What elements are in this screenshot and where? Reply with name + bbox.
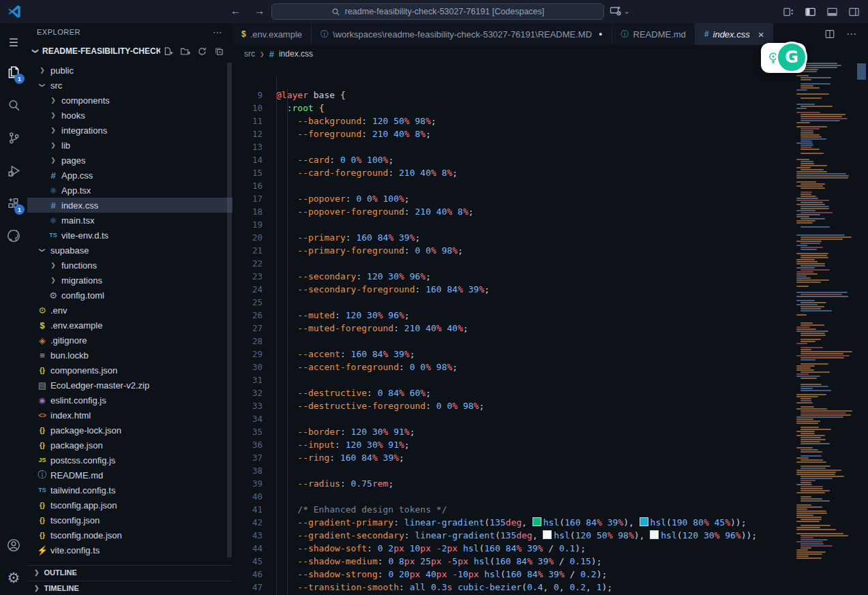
code-line[interactable]: 22 [233, 257, 868, 270]
command-center-search[interactable]: readme-feasibility-check-53027-76191 [Co… [271, 3, 604, 20]
code-line[interactable]: 46 --shadow-strong: 0 20px 40px -10px hs… [233, 568, 868, 581]
settings-button[interactable]: ⚙ [0, 564, 27, 592]
tree-item-.env[interactable]: ⚙.env [27, 303, 233, 318]
tree-item-supabase[interactable]: ❯supabase [27, 243, 233, 258]
grammarly-g-button[interactable]: G [776, 42, 807, 73]
code-line[interactable]: 20 --primary: 160 84% 39%; [233, 231, 868, 244]
code-line[interactable]: 30 --accent-foreground: 0 0% 98%; [233, 361, 868, 373]
outline-panel-header[interactable]: ❯ OUTLINE [27, 565, 233, 579]
code-line[interactable]: 39 --radius: 0.75rem; [233, 477, 868, 490]
tab-readme.md[interactable]: ⓘREADME.md [612, 23, 695, 45]
code-line[interactable]: 19 [233, 218, 868, 231]
code-line[interactable]: 13 [233, 140, 868, 153]
editor-more-actions-icon[interactable]: ⋯ [846, 28, 857, 40]
tree-item-ecoledger-master-v2.zip[interactable]: ▤EcoLedger-master-v2.zip [27, 378, 233, 393]
explorer-more-actions-icon[interactable]: ⋯ [213, 27, 223, 37]
tree-item-public[interactable]: ❯public [27, 63, 233, 78]
code-line[interactable]: 18 --popover-foreground: 210 40% 8%; [233, 205, 868, 218]
toggle-primary-sidebar-icon[interactable] [805, 6, 816, 18]
breadcrumb-folder[interactable]: src [244, 49, 255, 59]
code-editor[interactable]: 9@layer base {10 :root {11 --background:… [233, 63, 868, 595]
code-line[interactable]: 41 /* Enhanced design tokens */ [233, 503, 868, 516]
tree-item-integrations[interactable]: ❯integrations [27, 123, 233, 138]
code-line[interactable]: 35 --border: 120 30% 91%; [233, 425, 868, 438]
code-line[interactable]: 44 --shadow-soft: 0 2px 10px -2px hsl(16… [233, 542, 868, 555]
code-line[interactable]: 27 --muted-foreground: 210 40% 40%; [233, 322, 868, 335]
tree-item-bun.lockb[interactable]: ≡bun.lockb [27, 348, 233, 363]
code-line[interactable]: 34 [233, 412, 868, 425]
tree-item-index.html[interactable]: <>index.html [27, 408, 233, 423]
tree-item-main.tsx[interactable]: ⚛main.tsx [27, 213, 233, 228]
close-icon[interactable]: × [758, 29, 764, 40]
tab--workspaces-readme-feasibility-check-53027-76191-readme.md[interactable]: ⓘ\workspaces\readme-feasibility-check-53… [312, 23, 612, 45]
tree-item-functions[interactable]: ❯functions [27, 258, 233, 273]
tree-item-eslint.config.js[interactable]: ◉eslint.config.js [27, 393, 233, 408]
code-line[interactable]: 43 --gradient-secondary: linear-gradient… [233, 529, 868, 542]
tree-item-vite.config.ts[interactable]: ⚡vite.config.ts [27, 543, 233, 558]
tree-item-migrations[interactable]: ❯migrations [27, 273, 233, 288]
tree-item-tailwind.config.ts[interactable]: TStailwind.config.ts [27, 483, 233, 498]
tree-item-postcss.config.js[interactable]: JSpostcss.config.js [27, 453, 233, 468]
tree-item-vite-env.d.ts[interactable]: TSvite-env.d.ts [27, 228, 233, 243]
code-line[interactable]: 37 --ring: 160 84% 39%; [233, 451, 868, 464]
breadcrumb-file[interactable]: index.css [279, 49, 313, 59]
accounts-button[interactable] [0, 532, 27, 559]
customize-layout-icon[interactable] [783, 6, 794, 18]
tree-item-tsconfig.json[interactable]: {}tsconfig.json [27, 513, 233, 528]
code-line[interactable]: 28 [233, 335, 868, 348]
code-line[interactable]: 15 --card-foreground: 210 40% 8%; [233, 166, 868, 179]
tree-item-readme.md[interactable]: ⓘREADME.md [27, 468, 233, 483]
source-control-view-button[interactable] [0, 124, 27, 151]
code-line[interactable]: 31 [233, 373, 868, 386]
nav-back-icon[interactable]: ← [230, 5, 241, 16]
code-line[interactable]: 24 --secondary-foreground: 160 84% 39%; [233, 283, 868, 296]
tree-item-app.tsx[interactable]: ⚛App.tsx [27, 183, 233, 198]
editor-scrollbar[interactable] [855, 63, 868, 595]
code-line[interactable]: 38 [233, 464, 868, 477]
sidebar-scrollbar[interactable] [227, 63, 232, 558]
tree-item-src[interactable]: ❯src [27, 78, 233, 93]
project-root-row[interactable]: ❯ README-FEASIBILITY-CHECK-5... [27, 42, 233, 60]
tree-item-lib[interactable]: ❯lib [27, 138, 233, 153]
code-line[interactable]: 14 --card: 0 0% 100%; [233, 153, 868, 166]
toggle-secondary-sidebar-icon[interactable] [848, 6, 860, 18]
code-line[interactable]: 45 --shadow-medium: 0 8px 25px -5px hsl(… [233, 555, 868, 568]
tree-item-package.json[interactable]: {}package.json [27, 438, 233, 453]
tab-index.css[interactable]: #index.css× [695, 23, 774, 45]
code-line[interactable]: 32 --destructive: 0 84% 60%; [233, 386, 868, 399]
code-line[interactable]: 25 [233, 296, 868, 309]
tree-item-pages[interactable]: ❯pages [27, 153, 233, 168]
scrollbar-slider[interactable] [857, 63, 866, 80]
tree-item-tsconfig.app.json[interactable]: {}tsconfig.app.json [27, 498, 233, 513]
tree-item-hooks[interactable]: ❯hooks [27, 108, 233, 123]
tab-.env.example[interactable]: $.env.example [233, 23, 312, 45]
new-folder-icon[interactable] [180, 46, 190, 57]
nav-forward-icon[interactable]: → [254, 5, 265, 16]
tree-item-.gitignore[interactable]: ◈.gitignore [27, 333, 233, 348]
code-line[interactable]: 23 --secondary: 120 30% 96%; [233, 270, 868, 283]
timeline-panel-header[interactable]: ❯ TIMELINE [27, 581, 233, 595]
run-debug-view-button[interactable] [0, 157, 27, 184]
code-line[interactable]: 36 --input: 120 30% 91%; [233, 438, 868, 451]
extensions-view-button[interactable]: 1 [0, 189, 27, 217]
tree-item-.env.example[interactable]: $.env.example [27, 318, 233, 333]
github-view-button[interactable] [0, 222, 27, 249]
code-line[interactable]: 47 --transition-smooth: all 0.3s cubic-b… [233, 581, 868, 594]
code-line[interactable]: 21 --primary-foreground: 0 0% 98%; [233, 244, 868, 257]
minimap[interactable] [790, 63, 855, 595]
code-line[interactable]: 33 --destructive-foreground: 0 0% 98%; [233, 399, 868, 412]
tree-item-package-lock.json[interactable]: {}package-lock.json [27, 423, 233, 438]
code-line[interactable]: 16 [233, 179, 868, 192]
remote-window-button[interactable]: ⌄ [610, 5, 629, 17]
new-file-icon[interactable] [163, 46, 173, 57]
tree-item-index.css[interactable]: #index.css [27, 198, 233, 213]
tree-item-tsconfig.node.json[interactable]: {}tsconfig.node.json [27, 528, 233, 543]
collapse-all-icon[interactable] [214, 46, 224, 57]
refresh-icon[interactable] [197, 46, 207, 57]
tree-item-config.toml[interactable]: ⚙config.toml [27, 288, 233, 303]
code-line[interactable]: 42 --gradient-primary: linear-gradient(1… [233, 516, 868, 529]
search-view-button[interactable] [0, 91, 27, 119]
code-line[interactable]: 40 [233, 490, 868, 503]
tree-item-components.json[interactable]: {}components.json [27, 363, 233, 378]
toggle-panel-icon[interactable] [826, 6, 838, 18]
